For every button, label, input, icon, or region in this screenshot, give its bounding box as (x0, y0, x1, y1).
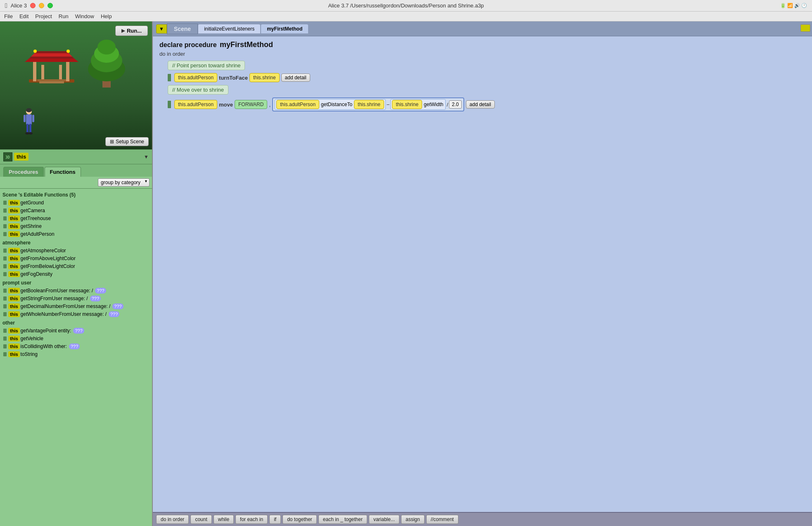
minimize-button[interactable] (39, 3, 44, 8)
tab-my-first-method[interactable]: myFirstMethod (261, 24, 309, 33)
move-statement: this.adultPerson move FORWARD , this.adu… (168, 97, 805, 111)
drag-handle-icon (3, 249, 7, 253)
svg-rect-11 (37, 79, 66, 81)
stmt1-object-token[interactable]: this.adultPerson (174, 73, 217, 82)
menu-file[interactable]: File (4, 13, 13, 19)
tab-init-event-listeners[interactable]: initializeEventListeners (198, 24, 261, 33)
setup-scene-label: Setup Scene (116, 139, 144, 145)
stmt2-expr1-obj-token[interactable]: this.adultPerson (276, 100, 319, 109)
stmt1-param-token[interactable]: this.shrine (249, 73, 280, 82)
func-toString[interactable]: this toString (2, 351, 150, 358)
stmt1-add-detail-button[interactable]: add detail (281, 73, 310, 82)
this-dropdown-arrow[interactable]: ▼ (144, 154, 149, 160)
func-param-badge: ??? (69, 344, 80, 349)
svg-rect-2 (66, 61, 69, 81)
close-button[interactable] (30, 3, 36, 8)
toolbar-while[interactable]: while (214, 515, 234, 524)
func-isCollidingWith[interactable]: this isCollidingWith other: ??? (2, 343, 150, 350)
this-selector: 3D this ▼ (0, 149, 152, 164)
func-name-isCollidingWith: isCollidingWith (21, 344, 53, 349)
setup-scene-button[interactable]: ⊞ Setup Scene (105, 137, 149, 146)
func-getVehicle[interactable]: this getVehicle (2, 335, 150, 342)
this-badge: this (8, 328, 20, 334)
func-getTreehouse[interactable]: this getTreehouse (2, 215, 150, 222)
func-name-getShrine: getShrine (21, 223, 42, 229)
titlebar:  Alice 3 Alice 3.7 /Users/russellgordon… (0, 0, 812, 12)
drag-handle-icon (3, 352, 7, 356)
func-param-badge: ??? (95, 288, 106, 294)
drag-handle-icon (3, 209, 7, 213)
menu-run[interactable]: Run (59, 13, 69, 19)
run-button[interactable]: ▶ Run... (115, 26, 148, 36)
maximize-button[interactable] (47, 3, 53, 8)
menu-help[interactable]: Help (101, 13, 112, 19)
toolbar-do-in-order[interactable]: do in order (156, 515, 189, 524)
scene-dropdown[interactable]: ▼ (156, 24, 167, 33)
toolbar-if[interactable]: if (269, 515, 281, 524)
other-section-label: other (2, 318, 150, 327)
svg-point-19 (26, 108, 32, 112)
this-badge: this (8, 263, 20, 269)
func-getFromAboveLightColor[interactable]: this getFromAboveLightColor (2, 255, 150, 262)
toolbar-comment[interactable]: //comment (426, 515, 458, 524)
menu-project[interactable]: Project (35, 13, 52, 19)
toolbar-each-in-together[interactable]: each in _ together (318, 515, 367, 524)
menu-window[interactable]: Window (75, 13, 94, 19)
titlebar-controls:  Alice 3 (5, 2, 53, 9)
func-getBooleanFromUser[interactable]: this getBooleanFromUser message: / ??? (2, 287, 150, 294)
svg-marker-7 (25, 59, 78, 62)
func-getAtmosphereColor[interactable]: this getAtmosphereColor (2, 247, 150, 254)
func-getFogDensity[interactable]: this getFogDensity (2, 270, 150, 278)
func-getFromBelowLightColor[interactable]: this getFromBelowLightColor (2, 263, 150, 270)
toolbar-do-together[interactable]: do together (283, 515, 317, 524)
person-object (23, 108, 35, 137)
group-by-select[interactable]: group by category (98, 178, 150, 187)
stmt2-expr1-param-token[interactable]: this.shrine (354, 100, 384, 109)
func-getAdultPerson[interactable]: this getAdultPerson (2, 230, 150, 238)
shrine-object (25, 42, 78, 92)
toolbar-assign[interactable]: assign (401, 515, 425, 524)
func-getStringFromUser[interactable]: this getStringFromUser message: / ??? (2, 295, 150, 302)
functions-tab[interactable]: Functions (45, 167, 81, 177)
stmt2-add-detail-button[interactable]: add detail (466, 100, 495, 109)
stmt2-expr2-method-token: getWidth (424, 102, 443, 107)
code-block-container: // Point person toward shrine this.adult… (168, 59, 805, 111)
apple-menu-icon[interactable]:  (5, 2, 7, 9)
this-badge: this (8, 256, 20, 261)
toolbar-variable[interactable]: variable... (369, 515, 399, 524)
toolbar-for-each-in[interactable]: for each in (235, 515, 268, 524)
titlebar-right-icons: 🔋 📶 🔊 🕐 (780, 3, 807, 8)
this-badge: this (8, 208, 20, 213)
method-name: myFirstMethod (220, 40, 273, 49)
func-getDecimalNumberFromUser[interactable]: this getDecimalNumberFromUser message: /… (2, 303, 150, 310)
main-layout: ▶ Run... ⊞ Setup Scene 3D this ▼ (0, 21, 812, 526)
svg-point-9 (33, 50, 37, 53)
group-selector-wrapper[interactable]: group by category (98, 178, 150, 187)
drag-handle-icon (3, 272, 7, 276)
declare-procedure: declare procedure myFirstMethod (159, 40, 805, 49)
this-badge: this (8, 248, 20, 254)
stmt2-param1-token[interactable]: FORWARD (235, 100, 267, 109)
scene-section-label: Scene 's Editable Functions (5) (2, 190, 150, 199)
svg-rect-3 (41, 65, 44, 81)
stmt2-expr2-sub: this.shrine getWidth (390, 99, 446, 110)
func-name-getFromAboveLightColor: getFromAboveLightColor (21, 256, 76, 261)
this-badge: this (8, 223, 20, 229)
menu-edit[interactable]: Edit (19, 13, 28, 19)
func-getShrine[interactable]: this getShrine (2, 223, 150, 230)
stmt2-expr2-obj-token[interactable]: this.shrine (392, 100, 422, 109)
tab-scene[interactable]: Scene (167, 24, 198, 34)
stmt2-object-token[interactable]: this.adultPerson (174, 100, 217, 109)
func-getGround[interactable]: this getGround (2, 199, 150, 206)
proc-func-tabs: Procedures Functions (0, 164, 152, 177)
this-badge: this (8, 311, 20, 317)
func-name-getAdultPerson: getAdultPerson (21, 231, 55, 237)
func-getWholeNumberFromUser[interactable]: this getWholeNumberFromUser message: / ?… (2, 310, 150, 318)
func-getVantagePoint[interactable]: this getVantagePoint entity: ??? (2, 327, 150, 334)
stmt2-num-token[interactable]: 2.0 (449, 100, 462, 109)
func-getCamera[interactable]: this getCamera (2, 207, 150, 214)
toolbar-count[interactable]: count (190, 515, 211, 524)
svg-text:3D: 3D (5, 155, 10, 159)
procedures-tab[interactable]: Procedures (3, 167, 44, 177)
this-badge: this (8, 336, 20, 341)
